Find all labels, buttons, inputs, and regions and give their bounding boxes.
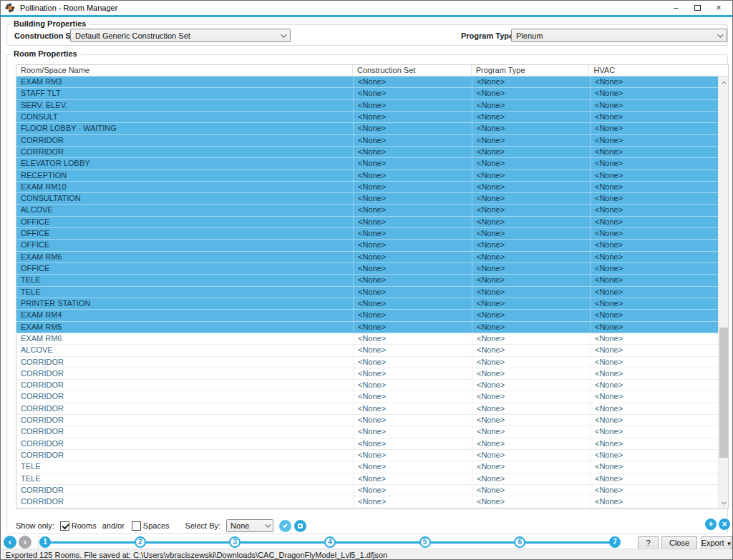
cell-construction-set: <None> <box>354 322 472 333</box>
table-row[interactable]: TELE<None><None><None> <box>16 461 719 473</box>
table-row[interactable]: CORRIDOR<None><None><None> <box>16 368 719 380</box>
stepper-step-7[interactable]: 7 <box>609 536 621 548</box>
table-row[interactable]: EXAM RM3<None><None><None> <box>16 77 719 88</box>
spaces-checkbox-label[interactable]: Spaces <box>143 521 170 530</box>
table-row[interactable]: CORRIDOR<None><None><None> <box>16 357 719 368</box>
cell-program-type: <None> <box>472 205 591 215</box>
cell-program-type: <None> <box>472 333 591 344</box>
export-button[interactable]: Export ▼ <box>701 536 732 549</box>
close-window-button[interactable]: × <box>708 1 729 15</box>
stepper-step-3[interactable]: 3 <box>229 536 241 548</box>
cell-hvac: <None> <box>591 77 719 87</box>
room-properties-title: Room Properties <box>10 49 81 58</box>
table-row[interactable]: EXAM RM6<None><None><None> <box>16 333 719 345</box>
remove-room-button[interactable]: × <box>719 519 730 530</box>
construction-set-dropdown[interactable]: Default Generic Construction Set <box>70 29 291 42</box>
column-header-room-space-name[interactable]: Room/Space Name <box>16 65 353 76</box>
table-row[interactable]: OFFICE<None><None><None> <box>16 240 719 251</box>
table-row[interactable]: CORRIDOR<None><None><None> <box>16 426 719 438</box>
table-row[interactable]: EXAM RM5<None><None><None> <box>16 322 719 333</box>
table-row[interactable]: SERV. ELEV.<None><None><None> <box>16 100 719 112</box>
chevron-left-icon: ‹ <box>9 536 11 547</box>
table-row[interactable]: CORRIDOR<None><None><None> <box>16 450 719 461</box>
table-row[interactable]: CORRIDOR<None><None><None> <box>16 380 719 391</box>
table-row[interactable]: OFFICE<None><None><None> <box>16 217 719 228</box>
table-row[interactable]: OFFICE<None><None><None> <box>16 228 719 240</box>
column-header-construction-set[interactable]: Construction Set <box>353 65 472 76</box>
minimize-button[interactable]: – <box>665 1 686 15</box>
table-row[interactable]: PRINTER STATION<None><None><None> <box>16 298 719 310</box>
cell-room-space-name: CONSULT <box>16 112 354 122</box>
scroll-down-button[interactable] <box>719 497 728 509</box>
table-row[interactable]: ALCOVE<None><None><None> <box>16 345 719 356</box>
table-row[interactable]: ELEVATOR LOBBY<None><None><None> <box>16 158 719 170</box>
select-by-dropdown[interactable]: None <box>226 519 273 532</box>
stepper-step-2[interactable]: 2 <box>135 536 146 548</box>
stepper-step-6[interactable]: 6 <box>514 536 525 548</box>
cell-hvac: <None> <box>591 380 719 390</box>
cell-hvac: <None> <box>591 252 719 262</box>
table-row[interactable]: EXAM RM10<None><None><None> <box>16 182 719 193</box>
table-row[interactable]: EXAM RM6<None><None><None> <box>16 252 719 263</box>
cell-construction-set: <None> <box>354 182 472 192</box>
app-icon <box>5 3 15 13</box>
scroll-up-button[interactable] <box>719 77 728 88</box>
table-row[interactable]: FLOOR LOBBY - WAITING<None><None><None> <box>16 123 719 134</box>
cell-construction-set: <None> <box>354 263 472 274</box>
status-text: Exported 125 Rooms. File saved at: C:\Us… <box>6 551 387 559</box>
table-row[interactable]: CORRIDOR<None><None><None> <box>16 391 719 403</box>
stepper-step-4[interactable]: 4 <box>324 536 336 548</box>
table-row[interactable]: OFFICE<None><None><None> <box>16 263 719 275</box>
table-row[interactable]: CONSULTATION<None><None><None> <box>16 193 719 205</box>
table-row[interactable]: TELE<None><None><None> <box>16 473 719 485</box>
table-row[interactable]: RECEPTION<None><None><None> <box>16 170 719 182</box>
back-button[interactable]: ‹ <box>4 536 16 549</box>
table-row[interactable]: ALCOVE<None><None><None> <box>16 205 719 216</box>
table-row[interactable]: STAFF TLT<None><None><None> <box>16 88 719 99</box>
table-row[interactable]: CONSULT<None><None><None> <box>16 112 719 123</box>
cell-hvac: <None> <box>591 415 719 426</box>
add-room-button[interactable]: + <box>705 519 717 530</box>
rooms-checkbox[interactable] <box>60 521 69 531</box>
column-header-program-type[interactable]: Program Type <box>472 65 590 76</box>
column-header-hvac[interactable]: HVAC <box>589 65 728 76</box>
cell-hvac: <None> <box>591 368 719 379</box>
check-circle-button[interactable] <box>279 520 291 532</box>
show-only-label: Show only: <box>16 521 54 530</box>
stepper-step-1[interactable]: 1 <box>39 536 51 548</box>
room-table-body-wrap: EXAM RM3<None><None><None>STAFF TLT<None… <box>16 77 728 509</box>
close-button[interactable]: Close <box>661 536 697 549</box>
table-row[interactable]: TELE<None><None><None> <box>16 275 719 286</box>
table-row[interactable]: CORRIDOR<None><None><None> <box>16 485 719 496</box>
cell-program-type: <None> <box>472 170 591 181</box>
vertical-scrollbar[interactable] <box>718 77 728 509</box>
cell-construction-set: <None> <box>354 193 472 204</box>
cell-construction-set: <None> <box>354 461 472 472</box>
table-row[interactable]: CORRIDOR<None><None><None> <box>16 415 719 426</box>
building-properties-group: Building Properties Construction Set: De… <box>6 24 728 46</box>
square-select-button[interactable] <box>294 520 306 532</box>
maximize-button[interactable] <box>686 1 708 15</box>
spaces-checkbox[interactable] <box>132 521 141 531</box>
cell-construction-set: <None> <box>354 438 472 449</box>
table-row[interactable]: CORRIDOR<None><None><None> <box>16 135 719 147</box>
cell-construction-set: <None> <box>354 275 472 285</box>
program-type-dropdown[interactable]: Plenum <box>511 29 727 42</box>
cell-room-space-name: OFFICE <box>16 263 354 274</box>
forward-button[interactable]: › <box>19 536 31 549</box>
cell-program-type: <None> <box>472 426 591 437</box>
table-row[interactable]: CORRIDOR<None><None><None> <box>16 438 719 450</box>
scrollbar-thumb[interactable] <box>719 328 728 458</box>
stepper-step-5[interactable]: 5 <box>419 536 431 548</box>
rooms-checkbox-label[interactable]: Rooms <box>72 521 97 530</box>
room-table-header: Room/Space Name Construction Set Program… <box>16 65 728 77</box>
table-row[interactable]: TELE<None><None><None> <box>16 287 719 298</box>
table-row[interactable]: CORRIDOR<None><None><None> <box>16 496 719 508</box>
help-button[interactable]: ? <box>638 536 659 549</box>
cell-hvac: <None> <box>591 391 719 402</box>
cell-program-type: <None> <box>472 450 591 461</box>
table-row[interactable]: EXAM RM4<None><None><None> <box>16 310 719 321</box>
table-row[interactable]: CORRIDOR<None><None><None> <box>16 403 719 415</box>
table-row[interactable]: CORRIDOR<None><None><None> <box>16 147 719 158</box>
building-properties-title: Building Properties <box>10 19 89 28</box>
